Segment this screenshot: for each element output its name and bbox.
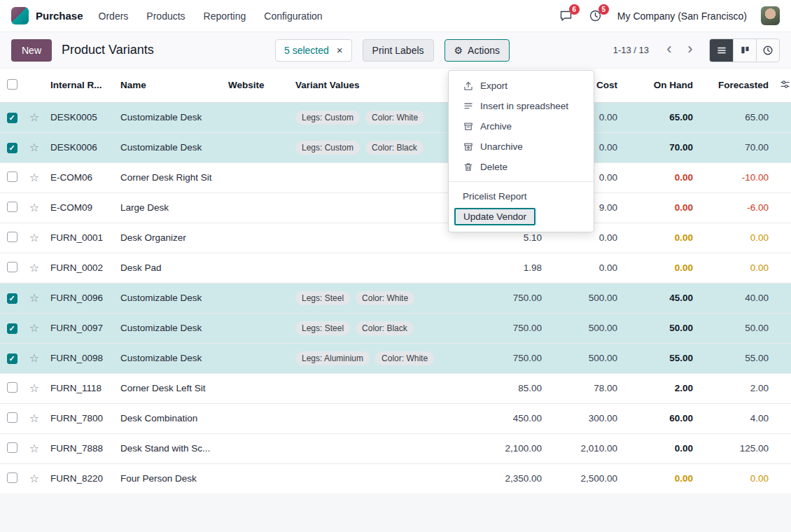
table-row[interactable]: ☆ E-COM06 Corner Desk Right Sit 0.00 0.0… bbox=[0, 162, 791, 192]
actions-menu-primary: ExportInsert in spreadsheetArchiveUnarch… bbox=[449, 76, 594, 177]
menu-item-export[interactable]: Export bbox=[449, 76, 594, 96]
favorite-star-icon[interactable]: ☆ bbox=[29, 322, 39, 334]
row-checkbox[interactable]: ✓ bbox=[7, 143, 18, 153]
optional-columns-button[interactable] bbox=[780, 69, 791, 102]
actions-button[interactable]: ⚙ Actions bbox=[444, 39, 510, 62]
menu-products[interactable]: Products bbox=[145, 8, 186, 24]
table-row[interactable]: ☆ FURN_0001 Desk Organizer 5.10 0.00 0.0… bbox=[0, 223, 791, 253]
row-checkbox[interactable]: ✓ bbox=[7, 354, 18, 364]
select-all-checkbox[interactable] bbox=[7, 79, 18, 90]
internal-reference: DESK0005 bbox=[50, 112, 97, 122]
website-cell bbox=[223, 343, 290, 373]
variant-tag: Color: White bbox=[365, 111, 424, 125]
pager-area: 1-13 / 13 ‹ › bbox=[613, 38, 780, 62]
row-checkbox[interactable] bbox=[7, 472, 18, 483]
table-row[interactable]: ✓ ☆ FURN_0096 Customizable Desk Legs: St… bbox=[0, 283, 791, 313]
export-icon bbox=[463, 80, 474, 92]
table-row[interactable]: ☆ FURN_0002 Desk Pad 1.98 0.00 0.00 0.00 bbox=[0, 253, 791, 283]
table-row[interactable]: ☆ FURN_1118 Corner Desk Left Sit 85.00 7… bbox=[0, 373, 791, 403]
forecasted: 65.00 bbox=[704, 102, 780, 132]
favorite-star-icon[interactable]: ☆ bbox=[29, 141, 39, 153]
row-checkbox[interactable] bbox=[7, 262, 18, 272]
sales-price: 1.98 bbox=[461, 253, 553, 283]
column-name[interactable]: Name bbox=[115, 69, 223, 102]
row-checkbox[interactable] bbox=[7, 202, 18, 212]
website-cell bbox=[223, 313, 290, 343]
table-row[interactable]: ✓ ☆ FURN_0097 Customizable Desk Legs: St… bbox=[0, 313, 791, 343]
internal-reference: FURN_8220 bbox=[50, 473, 103, 484]
new-button[interactable]: New bbox=[11, 39, 52, 62]
app-name[interactable]: Purchase bbox=[36, 10, 83, 22]
activity-view-button[interactable] bbox=[756, 39, 779, 62]
gear-icon: ⚙ bbox=[454, 46, 463, 55]
menu-item-label: Export bbox=[480, 80, 507, 91]
table-row[interactable]: ☆ FURN_7888 Desk Stand with Sc... 2,100.… bbox=[0, 433, 791, 463]
apps-menu-icon[interactable] bbox=[11, 7, 29, 24]
table-row[interactable]: ☆ FURN_7800 Desk Combination 450.00 300.… bbox=[0, 403, 791, 433]
row-checkbox[interactable]: ✓ bbox=[7, 293, 18, 304]
favorite-star-icon[interactable]: ☆ bbox=[29, 472, 39, 484]
column-website[interactable]: Website bbox=[223, 69, 290, 102]
menu-item-unarchive[interactable]: Unarchive bbox=[449, 136, 594, 157]
column-internal-reference[interactable]: Internal R... bbox=[45, 69, 115, 102]
menu-item-pricelist-report[interactable]: Pricelist Report bbox=[449, 186, 594, 206]
print-labels-button[interactable]: Print Labels bbox=[363, 39, 434, 62]
forecasted: 0.00 bbox=[704, 253, 780, 283]
messages-button[interactable]: 6 bbox=[559, 8, 574, 24]
forecasted: 70.00 bbox=[704, 132, 780, 162]
pager-previous-button[interactable]: ‹ bbox=[659, 40, 680, 61]
menu-reporting[interactable]: Reporting bbox=[202, 8, 248, 24]
row-checkbox[interactable] bbox=[7, 172, 18, 182]
menu-item-archive[interactable]: Archive bbox=[449, 116, 594, 136]
row-checkbox[interactable] bbox=[7, 232, 18, 242]
on-hand: 0.00 bbox=[629, 223, 704, 253]
cost: 300.00 bbox=[553, 403, 629, 433]
column-forecasted[interactable]: Forecasted bbox=[704, 69, 780, 102]
favorite-star-icon[interactable]: ☆ bbox=[29, 352, 39, 364]
column-variant-values[interactable]: Variant Values bbox=[290, 69, 461, 102]
row-checkbox[interactable] bbox=[7, 382, 18, 393]
row-checkbox[interactable]: ✓ bbox=[7, 323, 18, 334]
column-on-hand[interactable]: On Hand bbox=[629, 69, 704, 102]
pager-next-button[interactable]: › bbox=[680, 40, 701, 61]
favorite-star-icon[interactable]: ☆ bbox=[29, 382, 39, 394]
table-row[interactable]: ☆ FURN_8220 Four Person Desk 2,350.00 2,… bbox=[0, 463, 791, 493]
kanban-view-icon bbox=[740, 45, 750, 55]
menu-item-delete[interactable]: Delete bbox=[449, 157, 594, 177]
favorite-star-icon[interactable]: ☆ bbox=[29, 202, 39, 214]
menu-configuration[interactable]: Configuration bbox=[262, 8, 323, 24]
product-name: Large Desk bbox=[120, 202, 169, 213]
favorite-star-icon[interactable]: ☆ bbox=[29, 262, 39, 274]
company-switcher[interactable]: My Company (San Francisco) bbox=[617, 10, 747, 22]
list-view-button[interactable] bbox=[710, 39, 733, 62]
favorite-star-icon[interactable]: ☆ bbox=[29, 111, 39, 123]
clear-selection-button[interactable]: × bbox=[337, 45, 343, 55]
sales-price: 750.00 bbox=[461, 343, 553, 373]
table-row[interactable]: ✓ ☆ DESK0006 Customizable Desk Legs: Cus… bbox=[0, 132, 791, 162]
favorite-star-icon[interactable]: ☆ bbox=[29, 412, 39, 424]
table-row[interactable]: ✓ ☆ DESK0005 Customizable Desk Legs: Cus… bbox=[0, 102, 791, 132]
favorite-star-icon[interactable]: ☆ bbox=[29, 442, 39, 454]
favorite-star-icon[interactable]: ☆ bbox=[29, 172, 39, 183]
variant-values bbox=[290, 223, 461, 253]
menu-item-update-vendor-button[interactable]: Update Vendor bbox=[454, 208, 536, 225]
cost: 78.00 bbox=[553, 373, 629, 403]
kanban-view-button[interactable] bbox=[733, 39, 756, 62]
pager-counter: 1-13 / 13 bbox=[613, 45, 649, 55]
on-hand: 0.00 bbox=[629, 253, 704, 283]
menu-item-insert-in-spreadsheet[interactable]: Insert in spreadsheet bbox=[449, 96, 594, 116]
internal-reference: DESK0006 bbox=[50, 142, 97, 153]
table-row[interactable]: ✓ ☆ FURN_0098 Customizable Desk Legs: Al… bbox=[0, 343, 791, 373]
trash-icon bbox=[463, 162, 474, 173]
row-checkbox[interactable] bbox=[7, 412, 18, 423]
variant-values bbox=[290, 192, 461, 223]
row-checkbox[interactable]: ✓ bbox=[7, 113, 18, 123]
favorite-star-icon[interactable]: ☆ bbox=[29, 292, 39, 304]
avatar[interactable] bbox=[761, 6, 780, 25]
cost: 500.00 bbox=[553, 313, 629, 343]
activities-button[interactable]: 5 bbox=[588, 8, 603, 24]
menu-orders[interactable]: Orders bbox=[97, 8, 130, 24]
row-checkbox[interactable] bbox=[7, 442, 18, 453]
favorite-star-icon[interactable]: ☆ bbox=[29, 232, 39, 244]
table-row[interactable]: ☆ E-COM09 Large Desk 9.00 0.00 -6.00 bbox=[0, 192, 791, 223]
